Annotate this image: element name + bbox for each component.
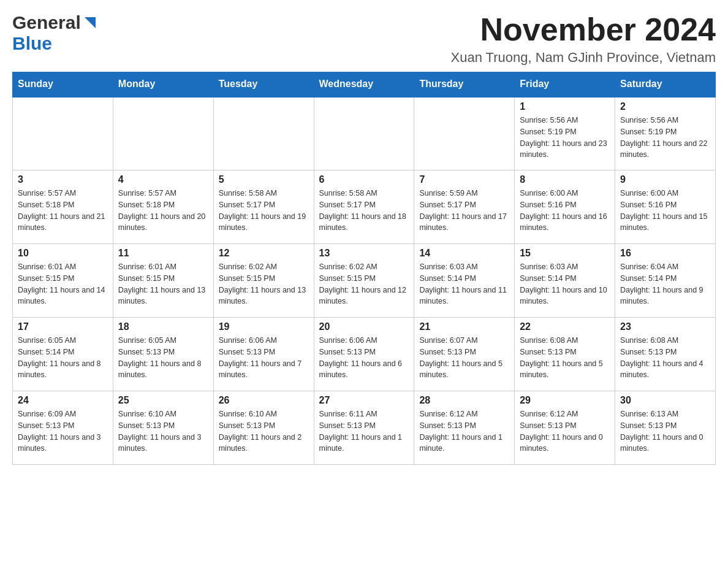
day-info: Sunrise: 5:56 AMSunset: 5:19 PMDaylight:…	[620, 115, 710, 161]
day-number: 18	[118, 321, 208, 332]
day-number: 1	[520, 101, 610, 112]
day-info: Sunrise: 6:07 AMSunset: 5:13 PMDaylight:…	[419, 335, 509, 381]
calendar-body: 1Sunrise: 5:56 AMSunset: 5:19 PMDaylight…	[13, 97, 716, 465]
day-info: Sunrise: 5:57 AMSunset: 5:18 PMDaylight:…	[18, 188, 108, 234]
table-row: 26Sunrise: 6:10 AMSunset: 5:13 PMDayligh…	[213, 391, 314, 465]
logo-arrow-icon	[83, 16, 97, 32]
day-number: 16	[620, 248, 710, 259]
day-number: 20	[319, 321, 409, 332]
header-sunday: Sunday	[13, 72, 113, 97]
table-row: 17Sunrise: 6:05 AMSunset: 5:14 PMDayligh…	[13, 318, 113, 391]
table-row: 1Sunrise: 5:56 AMSunset: 5:19 PMDaylight…	[515, 97, 615, 170]
table-row: 2Sunrise: 5:56 AMSunset: 5:19 PMDaylight…	[615, 97, 716, 170]
table-row: 28Sunrise: 6:12 AMSunset: 5:13 PMDayligh…	[414, 391, 515, 465]
day-number: 29	[520, 395, 610, 406]
day-number: 14	[419, 248, 509, 259]
day-number: 5	[219, 174, 309, 185]
day-number: 13	[319, 248, 409, 259]
header-friday: Friday	[515, 72, 615, 97]
table-row: 9Sunrise: 6:00 AMSunset: 5:16 PMDaylight…	[615, 170, 716, 244]
day-info: Sunrise: 5:59 AMSunset: 5:17 PMDaylight:…	[419, 188, 509, 234]
day-number: 21	[419, 321, 509, 332]
page-header: General Blue November 2024 Xuan Truong, …	[12, 12, 716, 66]
day-info: Sunrise: 6:12 AMSunset: 5:13 PMDaylight:…	[419, 408, 509, 454]
table-row: 22Sunrise: 6:08 AMSunset: 5:13 PMDayligh…	[515, 318, 615, 391]
month-title: November 2024	[451, 12, 716, 47]
table-row: 21Sunrise: 6:07 AMSunset: 5:13 PMDayligh…	[414, 318, 515, 391]
day-number: 24	[18, 395, 108, 406]
table-row	[13, 97, 113, 170]
day-number: 10	[18, 248, 108, 259]
day-info: Sunrise: 6:10 AMSunset: 5:13 PMDaylight:…	[219, 408, 309, 454]
header-monday: Monday	[113, 72, 213, 97]
day-number: 19	[219, 321, 309, 332]
day-info: Sunrise: 6:03 AMSunset: 5:14 PMDaylight:…	[520, 261, 610, 307]
table-row: 20Sunrise: 6:06 AMSunset: 5:13 PMDayligh…	[314, 318, 414, 391]
table-row: 5Sunrise: 5:58 AMSunset: 5:17 PMDaylight…	[213, 170, 314, 244]
day-info: Sunrise: 6:13 AMSunset: 5:13 PMDaylight:…	[620, 408, 710, 454]
day-info: Sunrise: 6:03 AMSunset: 5:14 PMDaylight:…	[419, 261, 509, 307]
day-info: Sunrise: 6:08 AMSunset: 5:13 PMDaylight:…	[520, 335, 610, 381]
day-number: 3	[18, 174, 108, 185]
calendar-header: Sunday Monday Tuesday Wednesday Thursday…	[13, 72, 716, 97]
table-row: 27Sunrise: 6:11 AMSunset: 5:13 PMDayligh…	[314, 391, 414, 465]
title-section: November 2024 Xuan Truong, Nam GJinh Pro…	[451, 12, 716, 66]
day-number: 9	[620, 174, 710, 185]
table-row: 16Sunrise: 6:04 AMSunset: 5:14 PMDayligh…	[615, 244, 716, 318]
day-number: 8	[520, 174, 610, 185]
header-thursday: Thursday	[414, 72, 515, 97]
header-saturday: Saturday	[615, 72, 716, 97]
logo-blue: Blue	[12, 33, 52, 53]
table-row: 19Sunrise: 6:06 AMSunset: 5:13 PMDayligh…	[213, 318, 314, 391]
calendar-week-row: 17Sunrise: 6:05 AMSunset: 5:14 PMDayligh…	[13, 318, 716, 391]
table-row: 14Sunrise: 6:03 AMSunset: 5:14 PMDayligh…	[414, 244, 515, 318]
table-row: 29Sunrise: 6:12 AMSunset: 5:13 PMDayligh…	[515, 391, 615, 465]
day-number: 6	[319, 174, 409, 185]
table-row: 7Sunrise: 5:59 AMSunset: 5:17 PMDaylight…	[414, 170, 515, 244]
weekday-header-row: Sunday Monday Tuesday Wednesday Thursday…	[13, 72, 716, 97]
day-number: 28	[419, 395, 509, 406]
day-info: Sunrise: 6:06 AMSunset: 5:13 PMDaylight:…	[319, 335, 409, 381]
day-info: Sunrise: 6:01 AMSunset: 5:15 PMDaylight:…	[18, 261, 108, 307]
table-row: 4Sunrise: 5:57 AMSunset: 5:18 PMDaylight…	[113, 170, 213, 244]
day-info: Sunrise: 6:08 AMSunset: 5:13 PMDaylight:…	[620, 335, 710, 381]
table-row: 23Sunrise: 6:08 AMSunset: 5:13 PMDayligh…	[615, 318, 716, 391]
calendar-week-row: 3Sunrise: 5:57 AMSunset: 5:18 PMDaylight…	[13, 170, 716, 244]
calendar-table: Sunday Monday Tuesday Wednesday Thursday…	[12, 72, 716, 465]
header-tuesday: Tuesday	[213, 72, 314, 97]
day-number: 11	[118, 248, 208, 259]
day-info: Sunrise: 6:09 AMSunset: 5:13 PMDaylight:…	[18, 408, 108, 454]
day-info: Sunrise: 5:57 AMSunset: 5:18 PMDaylight:…	[118, 188, 208, 234]
day-number: 27	[319, 395, 409, 406]
table-row	[113, 97, 213, 170]
day-info: Sunrise: 6:11 AMSunset: 5:13 PMDaylight:…	[319, 408, 409, 454]
table-row: 8Sunrise: 6:00 AMSunset: 5:16 PMDaylight…	[515, 170, 615, 244]
day-number: 26	[219, 395, 309, 406]
header-wednesday: Wednesday	[314, 72, 414, 97]
table-row: 13Sunrise: 6:02 AMSunset: 5:15 PMDayligh…	[314, 244, 414, 318]
day-info: Sunrise: 6:05 AMSunset: 5:13 PMDaylight:…	[118, 335, 208, 381]
calendar-week-row: 1Sunrise: 5:56 AMSunset: 5:19 PMDaylight…	[13, 97, 716, 170]
calendar-week-row: 24Sunrise: 6:09 AMSunset: 5:13 PMDayligh…	[13, 391, 716, 465]
table-row	[213, 97, 314, 170]
day-number: 15	[520, 248, 610, 259]
table-row: 6Sunrise: 5:58 AMSunset: 5:17 PMDaylight…	[314, 170, 414, 244]
day-info: Sunrise: 5:58 AMSunset: 5:17 PMDaylight:…	[219, 188, 309, 234]
day-info: Sunrise: 6:05 AMSunset: 5:14 PMDaylight:…	[18, 335, 108, 381]
table-row: 11Sunrise: 6:01 AMSunset: 5:15 PMDayligh…	[113, 244, 213, 318]
table-row: 18Sunrise: 6:05 AMSunset: 5:13 PMDayligh…	[113, 318, 213, 391]
table-row: 30Sunrise: 6:13 AMSunset: 5:13 PMDayligh…	[615, 391, 716, 465]
day-number: 22	[520, 321, 610, 332]
day-number: 25	[118, 395, 208, 406]
day-info: Sunrise: 6:01 AMSunset: 5:15 PMDaylight:…	[118, 261, 208, 307]
svg-marker-0	[85, 17, 96, 28]
table-row: 24Sunrise: 6:09 AMSunset: 5:13 PMDayligh…	[13, 391, 113, 465]
day-number: 2	[620, 101, 710, 112]
calendar-week-row: 10Sunrise: 6:01 AMSunset: 5:15 PMDayligh…	[13, 244, 716, 318]
day-info: Sunrise: 6:02 AMSunset: 5:15 PMDaylight:…	[319, 261, 409, 307]
table-row: 15Sunrise: 6:03 AMSunset: 5:14 PMDayligh…	[515, 244, 615, 318]
day-info: Sunrise: 6:12 AMSunset: 5:13 PMDaylight:…	[520, 408, 610, 454]
day-info: Sunrise: 6:00 AMSunset: 5:16 PMDaylight:…	[620, 188, 710, 234]
logo-general: General	[12, 12, 81, 33]
day-number: 23	[620, 321, 710, 332]
